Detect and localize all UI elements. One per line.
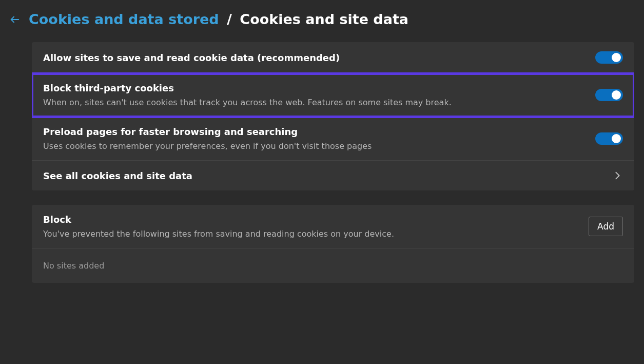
- row-block-third-party: Block third-party cookies When on, sites…: [32, 73, 634, 117]
- row-block-third-party-desc: When on, sites can't use cookies that tr…: [43, 98, 595, 107]
- row-allow-cookies-title: Allow sites to save and read cookie data…: [43, 52, 595, 63]
- toggle-allow-cookies[interactable]: [595, 51, 623, 64]
- block-title: Block: [43, 214, 589, 225]
- row-block-header: Block You've prevented the following sit…: [32, 205, 634, 248]
- row-preload-desc: Uses cookies to remember your preference…: [43, 141, 595, 151]
- row-allow-cookies: Allow sites to save and read cookie data…: [32, 42, 634, 73]
- breadcrumb: Cookies and data stored / Cookies and si…: [29, 11, 408, 28]
- row-preload-title: Preload pages for faster browsing and se…: [43, 126, 595, 137]
- row-preload: Preload pages for faster browsing and se…: [32, 117, 634, 161]
- toggle-block-third-party[interactable]: [595, 89, 623, 101]
- row-block-third-party-title: Block third-party cookies: [43, 83, 595, 93]
- add-button[interactable]: Add: [589, 217, 623, 236]
- row-see-all-cookies[interactable]: See all cookies and site data: [32, 161, 634, 190]
- chevron-right-icon: [612, 170, 623, 181]
- breadcrumb-separator: /: [227, 11, 232, 27]
- block-panel: Block You've prevented the following sit…: [32, 205, 634, 283]
- breadcrumb-parent[interactable]: Cookies and data stored: [29, 11, 219, 27]
- settings-panel: Allow sites to save and read cookie data…: [32, 42, 634, 190]
- back-arrow-icon[interactable]: [9, 14, 21, 25]
- block-empty-text: No sites added: [43, 261, 104, 271]
- block-desc: You've prevented the following sites fro…: [43, 229, 589, 239]
- row-block-empty: No sites added: [32, 248, 634, 283]
- row-see-all-cookies-title: See all cookies and site data: [43, 170, 612, 181]
- toggle-preload[interactable]: [595, 132, 623, 145]
- breadcrumb-row: Cookies and data stored / Cookies and si…: [9, 11, 635, 28]
- breadcrumb-current: Cookies and site data: [240, 11, 408, 27]
